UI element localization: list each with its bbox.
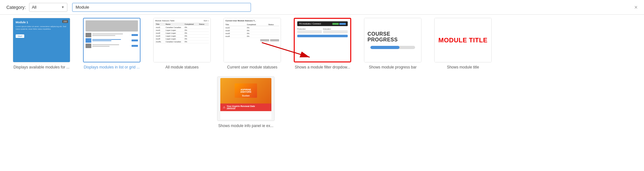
w2-row-1 — [86, 33, 138, 37]
w2-action-btn-1 — [132, 34, 138, 36]
widget-row-1: 200 Module 1 Lorem ipsum dolor sit amet,… — [6, 18, 638, 76]
widget-list-grid[interactable]: Displays modules in list or grid ... — [80, 18, 144, 70]
w2-action-btn-3 — [132, 45, 138, 47]
category-select-value: All — [32, 5, 59, 10]
widget-filter-dropdown[interactable]: Fit modules / Connect Production Educati — [291, 18, 354, 70]
widget-thumb-7: MODULE TITLE — [434, 18, 492, 62]
w7-module-title: MODULE TITLE — [438, 37, 488, 44]
top-bar: Category: All ▼ × — [0, 0, 644, 15]
widget-thumb-4: Current User Module Statuses T... TitleC… — [224, 18, 281, 62]
w5-field-input-2 — [323, 30, 348, 33]
chevron-down-icon: ▼ — [61, 5, 64, 9]
widget-label-3: All module statuses — [165, 65, 199, 70]
w8-product-box: ASPIRINEANHYDRE Sudan — [235, 83, 257, 98]
w6-title: COURSE PROGRESS — [367, 31, 418, 43]
widget-thumb-1: 200 Module 1 Lorem ipsum dolor sit amet,… — [13, 18, 70, 62]
w4-header: Current User Module Statuses T... — [225, 20, 279, 22]
table-row: mod4Logan Logan0% — [155, 38, 209, 40]
w5-field-label-1: Production — [297, 28, 322, 30]
widget-row-2: ASPIRINEANHYDRE Sudan ⚠ Your Aspirin Ren… — [211, 76, 638, 135]
widget-thumb-6: COURSE PROGRESS — [364, 18, 421, 62]
table-row: mod2Logan Logan0% — [155, 32, 209, 35]
w5-blue-btn — [339, 23, 346, 25]
widget-label-2: Displays modules in list or grid ... — [84, 65, 140, 70]
w2-icon-3 — [86, 44, 91, 48]
table-row: mod1Logan Logan0% — [155, 29, 209, 32]
w2-row-3 — [86, 44, 138, 48]
widget-thumb-8: ASPIRINEANHYDRE Sudan ⚠ Your Aspirin Ren… — [217, 76, 275, 121]
widget-label-7: Shows module title — [447, 65, 479, 70]
warning-icon: ⚠ — [223, 106, 225, 109]
w5-field-label-2: Education — [323, 28, 348, 30]
w5-field-input-1 — [297, 30, 322, 33]
w8-brand: Sudan — [235, 94, 257, 97]
w6-progress-bar-fill — [370, 46, 399, 49]
widget-label-4: Current user module statuses — [227, 65, 277, 70]
widget-available-modules[interactable]: 200 Module 1 Lorem ipsum dolor sit amet,… — [10, 18, 73, 70]
w1-module-title: Module 1 — [16, 21, 67, 24]
widget-label-6: Shows module progress bar — [369, 65, 416, 70]
w2-icon-2 — [86, 38, 91, 43]
widget-thumb-3: Module Statuses Table Sort + TitleNameCo… — [153, 18, 211, 62]
w8-footer: ⚠ Your Aspirin Renewal Date 26/03/20 — [220, 103, 271, 111]
category-label: Category: — [6, 5, 26, 10]
close-button[interactable]: × — [634, 4, 638, 10]
w8-product-image: ASPIRINEANHYDRE Sudan — [220, 78, 271, 103]
w8-renewal-label: Your Aspirin Renewal Date — [227, 105, 255, 107]
w3-header: Module Statuses Table Sort + — [155, 20, 209, 22]
w2-row-2 — [86, 38, 138, 43]
table-row: mod40% — [225, 35, 279, 38]
w2-action-btn-2 — [132, 39, 138, 41]
w4-col-header: TitleCompletedStatus — [225, 24, 279, 26]
w1-start-btn: Start — [16, 34, 24, 38]
search-input[interactable] — [72, 3, 251, 12]
widget-current-user-statuses[interactable]: Current User Module Statuses T... TitleC… — [220, 18, 284, 70]
table-row: mod3Logan Logan0% — [155, 35, 209, 38]
widget-label-1: Displays available modules for ... — [13, 65, 69, 70]
category-select[interactable]: All ▼ — [29, 3, 67, 12]
w6-progress-bar-bg — [370, 46, 415, 49]
table-row: mod20% — [225, 29, 279, 32]
w5-submit-btn — [297, 35, 348, 37]
w5-topbar: Fit modules / Connect — [297, 21, 348, 26]
w2-img — [86, 20, 138, 32]
widget-grid: 200 Module 1 Lorem ipsum dolor sit amet,… — [0, 15, 644, 138]
table-row: mod30% — [225, 32, 279, 35]
w1-body-text: Lorem ipsum dolor sit amet, consectetur … — [16, 25, 67, 31]
w3-table-header: TitleNameCompletedStatus — [155, 23, 209, 26]
table-row: mod5cCanadian Canadian0% — [155, 40, 209, 43]
w8-date: 26/03/20 — [227, 107, 255, 110]
table-row: mod10% — [225, 26, 279, 29]
widget-module-title[interactable]: MODULE TITLE Shows module title — [431, 18, 495, 70]
widget-label-5: Shows a module filter dropdow... — [295, 65, 350, 70]
widget-label-8: Shows module info panel ie ex... — [218, 124, 274, 129]
w2-icon-1 — [86, 33, 91, 37]
widget-module-statuses[interactable]: Module Statuses Table Sort + TitleNameCo… — [150, 18, 214, 70]
widget-course-progress[interactable]: COURSE PROGRESS Shows module progress ba… — [361, 18, 425, 70]
widget-thumb-5: Fit modules / Connect Production Educati — [294, 18, 351, 62]
widget-module-info-panel[interactable]: ASPIRINEANHYDRE Sudan ⚠ Your Aspirin Ren… — [214, 76, 278, 129]
w5-fields-row: Production Education — [297, 28, 348, 33]
table-row: mod1Canadian Canadian0% — [155, 26, 209, 29]
widget-thumb-2 — [83, 18, 140, 62]
w5-green-btn-1 — [332, 23, 339, 25]
badge-200: 200 — [62, 20, 68, 23]
w8-product-name: ASPIRINEANHYDRE — [240, 89, 252, 93]
